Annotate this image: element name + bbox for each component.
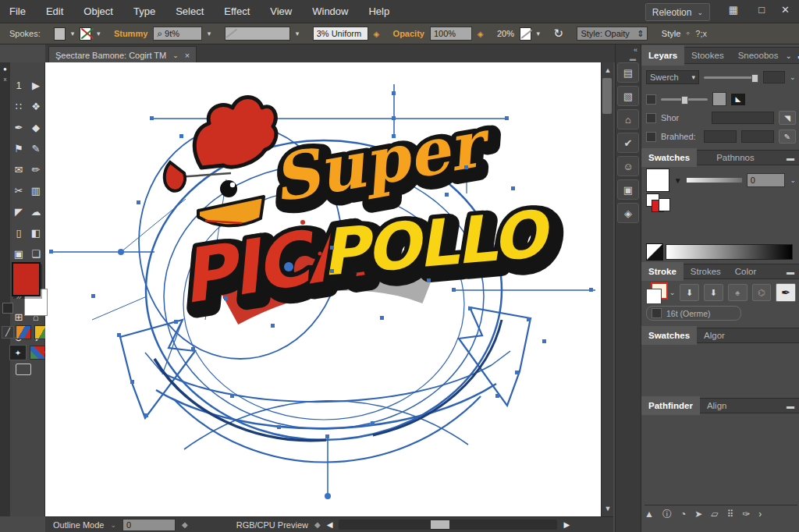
spray-tool-icon[interactable]: ☁ — [31, 206, 41, 218]
grid-tool-icon[interactable]: ∷ — [16, 101, 22, 112]
field-b[interactable] — [741, 130, 774, 143]
stepper-icon[interactable]: ⌄ — [790, 73, 796, 81]
anchor-point-tool-icon[interactable]: ◆ — [32, 122, 40, 133]
arrow-down-button[interactable]: ⬇ — [680, 284, 699, 301]
menu-view[interactable]: View — [270, 5, 292, 17]
tab-swatches-3[interactable]: Swatches — [641, 326, 697, 345]
menu-effect[interactable]: Effect — [224, 5, 250, 17]
search-dropdown[interactable]: Swerch ▾ — [646, 70, 699, 84]
fill-color-swatch[interactable] — [12, 262, 41, 296]
artboards-panel-icon[interactable]: ▤ — [617, 62, 639, 83]
flag-tool-icon[interactable]: ⚑ — [14, 143, 23, 154]
artboard-canvas[interactable]: Super Super PICA PICA POLLO POLLO — [45, 62, 601, 516]
menu-file[interactable]: File — [9, 5, 26, 17]
chevron-down-icon[interactable]: ⌄ — [172, 51, 179, 59]
libraries-panel-icon[interactable]: ☺ — [617, 156, 639, 176]
tab-pathfinder-2[interactable]: Pathnnos — [709, 151, 762, 165]
scroll-up-icon[interactable]: ▲ — [602, 66, 614, 74]
stroke-fill-swatch[interactable] — [646, 282, 665, 303]
checkbox[interactable] — [646, 113, 656, 123]
eyedropper-tool-icon[interactable]: ◤ — [15, 206, 23, 218]
pen-nib-icon[interactable]: ✑ — [742, 509, 750, 520]
scroll-down-icon[interactable]: ▼ — [602, 505, 614, 512]
chevron-down-icon[interactable]: ▾ — [208, 30, 211, 37]
gradient-tool-icon[interactable]: ◧ — [31, 227, 41, 239]
eyedropper-button-active[interactable]: ✒ — [776, 283, 796, 302]
style-label[interactable]: Style — [662, 29, 680, 38]
logo-pollo-text[interactable]: POLLO POLLO — [318, 196, 559, 296]
horizontal-scrollbar[interactable] — [339, 520, 557, 530]
asset-export-panel-icon[interactable]: ▧ — [617, 86, 639, 106]
stepper-diamond-icon[interactable]: ◆ — [314, 520, 321, 529]
value-field[interactable]: 0 — [747, 173, 786, 187]
fill-swatch[interactable] — [54, 27, 66, 41]
derme-checkbox-row[interactable]: 16t (Oerme) — [646, 306, 741, 321]
rotate-reset-icon[interactable]: ↻ — [554, 27, 564, 41]
direct-selection-tool-icon[interactable]: 1 — [16, 80, 21, 91]
white-swatch[interactable] — [646, 168, 669, 192]
triangle-down-icon[interactable]: ▼ — [674, 176, 682, 185]
close-icon[interactable]: ✕ — [781, 4, 790, 16]
panel-menu-icon[interactable]: ▬ — [787, 268, 794, 276]
stroke-link-label[interactable]: Stummy — [114, 29, 147, 38]
swatch-tool-icon[interactable]: ▣ — [14, 248, 23, 260]
info-icon[interactable]: ⓘ — [662, 508, 672, 521]
collapse-panels-icon[interactable]: « — [616, 44, 641, 55]
chevron-down-icon[interactable]: ▾ — [71, 30, 75, 37]
chevron-down-icon[interactable]: ▾ — [296, 30, 300, 37]
zoom-level-field[interactable]: 0 — [123, 519, 176, 531]
horizontal-scrollbar-thumb[interactable] — [431, 520, 449, 529]
style-select[interactable]: Style: Opaity ⇕ — [577, 27, 648, 41]
line-swatch-button[interactable]: ╱ — [2, 326, 14, 339]
pen-tool-icon[interactable]: ✒ — [15, 122, 23, 133]
shor-field[interactable] — [712, 112, 774, 124]
scissors-tool-icon[interactable]: ✂ — [15, 185, 23, 197]
selection-tool-icon[interactable]: ▶ — [32, 80, 40, 91]
tab-align[interactable]: Align — [700, 399, 734, 413]
spade-button[interactable]: ♠ — [728, 284, 748, 301]
chevron-down-icon[interactable]: ⌄ — [669, 289, 676, 296]
uniform-width-field[interactable]: 3% Uniform — [313, 27, 368, 41]
chevron-down-icon[interactable]: ÷ — [686, 30, 690, 37]
brush-tool-icon[interactable]: ✏ — [32, 164, 41, 176]
outline-mode-label[interactable]: Outline Mode — [53, 520, 104, 530]
chevron-down-icon[interactable]: ▾ — [97, 30, 101, 37]
layers-slider[interactable] — [704, 76, 758, 79]
workspace-switcher[interactable]: Releotion ⌄ — [645, 3, 710, 21]
stepper-diamond-icon[interactable]: ◆ — [182, 520, 188, 529]
grid-icon[interactable]: ⠿ — [726, 509, 733, 520]
artboard-tool-icon[interactable]: ▯ — [16, 227, 21, 239]
vertical-scrollbar[interactable]: ▲ ▼ — [601, 62, 613, 516]
color-button[interactable] — [16, 325, 31, 339]
panel-menu-icon[interactable]: ▬ — [787, 154, 794, 162]
chevron-down-icon[interactable]: ⌄ — [110, 521, 116, 529]
small-field[interactable] — [763, 71, 785, 83]
chevron-icon[interactable]: › — [758, 509, 762, 520]
tab-strokes[interactable]: Stookes — [684, 48, 731, 62]
checkbox[interactable] — [646, 94, 656, 105]
maximize-icon[interactable]: □ — [758, 4, 765, 16]
chevron-down-icon[interactable]: ⌄ — [785, 51, 791, 60]
menu-select[interactable]: Select — [176, 5, 204, 17]
tab-algor[interactable]: Algor — [697, 328, 732, 342]
field-a[interactable] — [704, 130, 737, 143]
gradient-slider[interactable] — [687, 178, 742, 183]
menu-window[interactable]: Window — [312, 5, 348, 17]
pencil-tool-icon[interactable]: ✎ — [32, 143, 41, 154]
clipboard-panel-icon[interactable]: ▣ — [617, 179, 639, 200]
envelope-tool-icon[interactable]: ✉ — [15, 164, 23, 176]
stroke-none-swatch[interactable] — [80, 27, 91, 41]
stepper-pin-icon[interactable]: ◈ — [478, 30, 484, 38]
chart-icon[interactable]: ◣ — [731, 94, 745, 105]
gradient-mini-swatch[interactable] — [2, 303, 13, 314]
stepper-pin-icon[interactable]: ◈ — [374, 30, 380, 38]
frame-tool-icon[interactable]: ⊞ — [15, 311, 23, 323]
gradient-panel-icon[interactable]: ◈ — [617, 203, 639, 223]
restore-windows-icon[interactable]: ▦ — [729, 4, 738, 16]
eyedropper-button[interactable]: ✎ — [779, 129, 796, 144]
pages-tool-icon[interactable]: ❏ — [31, 248, 41, 260]
panel-menu-icon[interactable]: ▬ — [787, 402, 794, 410]
diamond-button[interactable]: ✦ — [9, 345, 27, 360]
tab-stroke[interactable]: Stroke — [641, 262, 684, 281]
menu-edit[interactable]: Edit — [46, 5, 63, 17]
